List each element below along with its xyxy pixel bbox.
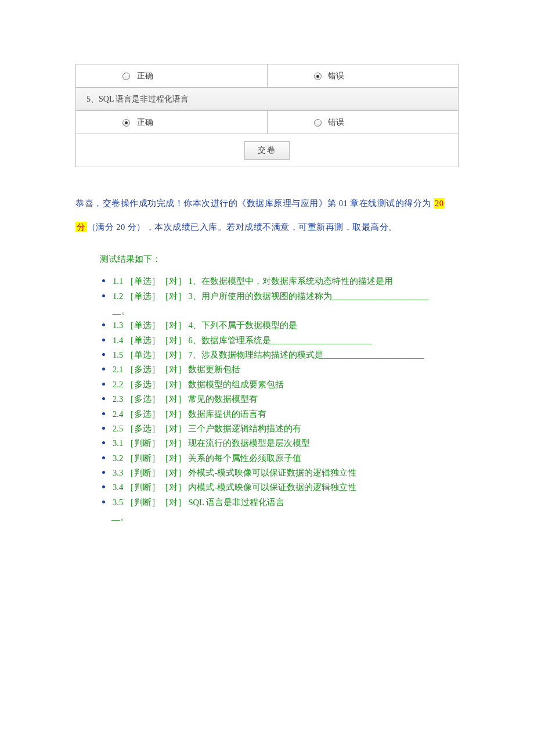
q5-radio-true[interactable] xyxy=(122,119,130,127)
congrats-message: 恭喜，交卷操作成功完成！你本次进行的《数据库原理与应用》第 01 章在线测试的得… xyxy=(75,192,459,239)
q4-option-false-cell: 错误 xyxy=(267,64,459,88)
results-header: 测试结果如下： xyxy=(75,254,459,265)
list-item-continuation: __。 xyxy=(75,510,459,524)
q5-option-true-cell: 正确 xyxy=(76,111,268,134)
question-5-row: 5、SQL 语言是非过程化语言 xyxy=(76,88,459,111)
q4-label-false: 错误 xyxy=(328,71,344,80)
list-item: 3.2 ［判断］［对］ 关系的每个属性必须取原子值 xyxy=(100,451,459,466)
congrats-unit: 分 xyxy=(75,222,87,232)
list-item: 3.1 ［判断］［对］ 现在流行的数据模型是层次模型 xyxy=(100,436,459,451)
congrats-prefix: 恭喜，交卷操作成功完成！你本次进行的《数据库原理与应用》第 01 章在线测试的得… xyxy=(75,199,434,208)
question-5-options-row: 正确 错误 xyxy=(76,111,459,134)
page-root: 正确 错误 5、SQL 语言是非过程化语言 正确 错误 交卷 xyxy=(0,0,534,525)
results-list: 1.1 ［单选］［对］ 1、在数据模型中，对数据库系统动态特性的描述是用1.2 … xyxy=(100,274,459,510)
list-item: 2.5 ［多选］［对］ 三个户数据逻辑结构描述的有 xyxy=(100,422,459,436)
list-item: 2.4 ［多选］［对］ 数据库提供的语言有 xyxy=(100,407,459,422)
list-item: 1.3 ［单选］［对］ 4、下列不属于数据模型的是 xyxy=(100,318,459,333)
list-item: 1.5 ［单选］［对］ 7、涉及数据物理结构描述的模式是____________… xyxy=(100,348,459,362)
submit-button[interactable]: 交卷 xyxy=(244,141,290,160)
list-item: 1.1 ［单选］［对］ 1、在数据模型中，对数据库系统动态特性的描述是用 xyxy=(100,274,459,289)
q5-label-true: 正确 xyxy=(137,118,153,127)
list-item-continuation: __。 xyxy=(100,304,459,318)
q4-option-true-cell: 正确 xyxy=(76,64,268,88)
list-item: 2.2 ［多选］［对］ 数据模型的组成要素包括 xyxy=(100,377,459,392)
q5-label-false: 错误 xyxy=(328,118,344,127)
q4-label-true: 正确 xyxy=(137,71,153,80)
list-item: 2.1 ［多选］［对］ 数据更新包括 xyxy=(100,362,459,377)
submit-row: 交卷 xyxy=(76,134,459,167)
list-item: 3.4 ［判断］［对］ 内模式-模式映像可以保证数据的逻辑独立性 xyxy=(100,480,459,495)
congrats-suffix: （满分 20 分），本次成绩已入库。若对成绩不满意，可重新再测，取最高分。 xyxy=(87,222,398,232)
list-item: 1.2 ［单选］［对］ 3、用户所使用的数据视图的描述称为___________… xyxy=(100,289,459,304)
list-item: 1.4 ［单选］［对］ 6、数据库管理系统是__________________… xyxy=(100,333,459,348)
q5-radio-false[interactable] xyxy=(314,119,322,127)
list-item: 3.3 ［判断］［对］ 外模式-模式映像可以保证数据的逻辑独立性 xyxy=(100,466,459,480)
question-5-text: 5、SQL 语言是非过程化语言 xyxy=(76,88,459,111)
quiz-table: 正确 错误 5、SQL 语言是非过程化语言 正确 错误 交卷 xyxy=(75,64,459,167)
q4-radio-false[interactable] xyxy=(314,73,322,80)
list-item: 2.3 ［多选］［对］ 常见的数据模型有 xyxy=(100,392,459,406)
q5-option-false-cell: 错误 xyxy=(267,111,459,134)
q4-radio-true[interactable] xyxy=(122,73,130,80)
list-item: 3.5 ［判断］［对］ SQL 语言是非过程化语言 xyxy=(100,495,459,510)
congrats-score: 20 xyxy=(434,198,445,208)
question-4-options-row: 正确 错误 xyxy=(76,64,459,88)
